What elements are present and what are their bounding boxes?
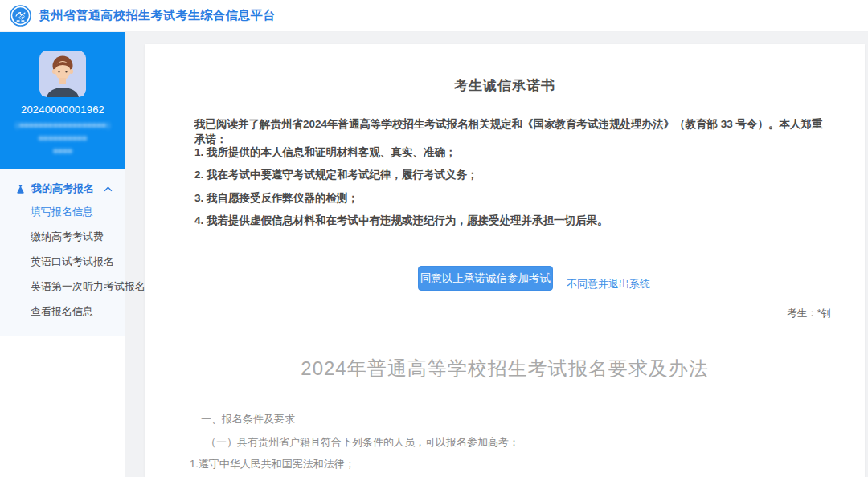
pledge-item: 4. 我若提供虚假信息材料和在考试中有违规或违纪行为，愿接受处理并承担一切后果。 <box>194 214 833 228</box>
masked-info-line: ●●●●●●●●●● <box>0 132 125 145</box>
document-paragraph: （一）具有贵州省户籍且符合下列条件的人员，可以报名参加高考： <box>206 435 519 450</box>
menu-group-label: 我的高考报名 <box>31 181 94 196</box>
sidebar: 20240000001962 （●●●●●●●●●●●●●●●●●●） ●●●●… <box>0 32 125 477</box>
masked-info-line: ●●●● <box>0 145 125 157</box>
app-header: 贵州省普通高校招生考试考生综合信息平台 <box>0 0 868 32</box>
pledge-item: 2. 我在考试中要遵守考试规定和考试纪律，履行考试义务； <box>194 168 833 182</box>
document-section-heading: 一、报名条件及要求 <box>201 412 295 426</box>
avatar <box>39 51 86 97</box>
flask-icon <box>15 184 26 194</box>
sidebar-item-english-listening[interactable]: 英语第一次听力考试报名 <box>0 274 125 299</box>
sidebar-item-pay-exam-fee[interactable]: 缴纳高考考试费 <box>0 224 125 249</box>
sidebar-menu: 我的高考报名 填写报名信息 缴纳高考考试费 英语口试考试报名 英语第一次听力考试… <box>0 169 125 336</box>
pledge-item: 1. 我所提供的本人信息和证明材料客观、真实、准确； <box>194 145 833 160</box>
agree-button[interactable]: 同意以上承诺诚信参加考试 <box>418 266 553 291</box>
menu-group-my-gaokao[interactable]: 我的高考报名 <box>0 178 125 199</box>
pledge-title: 考生诚信承诺书 <box>145 76 865 95</box>
candidate-id: 20240000001962 <box>0 104 125 116</box>
document-title: 2024年普通高等学校招生考试报名要求及办法 <box>145 356 865 381</box>
masked-info-line: （●●●●●●●●●●●●●●●●●●） <box>0 119 125 132</box>
platform-logo-icon <box>10 5 31 26</box>
sidebar-item-view-registration[interactable]: 查看报名信息 <box>0 299 125 324</box>
profile-panel: 20240000001962 （●●●●●●●●●●●●●●●●●●） ●●●●… <box>0 32 125 169</box>
main-content-card: 考生诚信承诺书 我已阅读并了解贵州省2024年普通高等学校招生考试报名相关规定和… <box>145 44 865 477</box>
document-paragraph: 1.遵守中华人民共和国宪法和法律； <box>190 457 355 471</box>
chevron-up-icon <box>104 186 113 192</box>
page-title: 贵州省普通高校招生考试考生综合信息平台 <box>39 8 276 23</box>
sidebar-item-english-oral[interactable]: 英语口试考试报名 <box>0 249 125 274</box>
pledge-intro: 我已阅读并了解贵州省2024年普通高等学校招生考试报名相关规定和《国家教育考试违… <box>194 116 833 147</box>
sidebar-item-fill-registration[interactable]: 填写报名信息 <box>0 199 125 224</box>
pledge-item: 3. 我自愿接受反作弊仪器的检测； <box>194 191 833 206</box>
decline-exit-link[interactable]: 不同意并退出系统 <box>567 277 650 292</box>
candidate-name-label: 考生：*钊 <box>787 307 831 320</box>
